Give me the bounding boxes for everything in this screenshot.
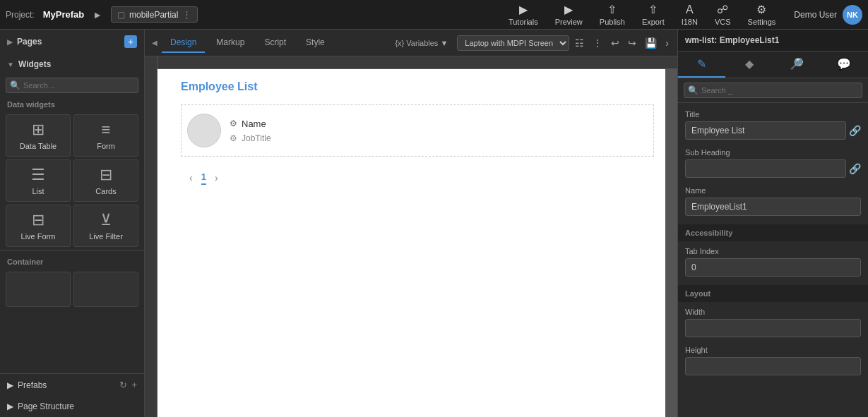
user-area: Demo User NK	[794, 5, 862, 25]
widget-list[interactable]: ☰ List	[6, 159, 71, 202]
variables-btn[interactable]: {x} Variables ▼	[388, 35, 454, 51]
save-icon[interactable]: 💾	[642, 35, 660, 52]
tab-style[interactable]: Style	[297, 33, 333, 53]
redo-icon[interactable]: ↪	[625, 35, 639, 52]
top-bar: Project: MyPrefab ► ▢ mobilePartial ⋮ ▶ …	[0, 0, 868, 30]
sidebar-collapse-btn[interactable]: ◀	[150, 37, 159, 48]
widget-cards[interactable]: ⊟ Cards	[73, 159, 138, 202]
i18n-btn[interactable]: A I18N	[677, 2, 702, 28]
prop-subheading-label: Sub Heading	[685, 148, 861, 157]
subheading-link-icon[interactable]: 🔗	[849, 163, 861, 174]
name-value: Name	[242, 119, 266, 129]
more-options-icon[interactable]: ⋮	[590, 35, 605, 52]
file-name: mobilePartial	[129, 10, 178, 20]
prop-name-section: Name	[685, 186, 861, 216]
prop-title-row: 🔗	[685, 121, 861, 140]
user-name: Demo User	[794, 10, 837, 20]
expand-icon[interactable]: ›	[662, 35, 672, 52]
pagination-next-btn[interactable]: ›	[212, 171, 221, 185]
widgets-chevron: ▼	[7, 61, 14, 68]
pagination-current[interactable]: 1	[201, 171, 206, 185]
widget-live-form[interactable]: ⊟ Live Form	[6, 205, 71, 247]
tutorials-btn[interactable]: ▶ Tutorials	[504, 1, 542, 28]
accessibility-divider: Accessibility	[678, 224, 868, 241]
widget-form[interactable]: ≡ Form	[73, 114, 138, 157]
prop-subheading-input[interactable]	[685, 159, 846, 178]
file-tab[interactable]: ▢ mobilePartial ⋮	[111, 6, 198, 23]
live-form-icon: ⊟	[32, 211, 44, 229]
preview-icon: ▶	[564, 3, 573, 16]
prop-subheading-row: 🔗	[685, 159, 861, 178]
layout-divider: Layout	[678, 285, 868, 302]
employee-info: ⚙ Name ⚙ JobTitle	[230, 119, 271, 143]
right-tab-events[interactable]: 🔎	[773, 52, 821, 78]
prop-width-section: Width	[685, 308, 861, 337]
prop-name-input[interactable]	[685, 198, 861, 216]
employee-list-row[interactable]: ⚙ Name ⚙ JobTitle	[181, 104, 654, 157]
employee-list-title: Employee List	[181, 80, 654, 93]
prefabs-section-row[interactable]: ▶ Prefabs ↻ +	[0, 374, 144, 396]
data-table-icon: ⊞	[32, 121, 44, 139]
prop-width-input[interactable]	[685, 319, 861, 337]
add-page-button[interactable]: +	[124, 35, 137, 48]
prop-height-input[interactable]	[685, 357, 861, 375]
device-select[interactable]: Laptop with MDPI Screen	[457, 35, 569, 51]
widget-container-2[interactable]	[73, 272, 138, 307]
cards-label: Cards	[95, 187, 116, 195]
widgets-section-header[interactable]: ▼ Widgets	[0, 54, 144, 75]
widget-data-table[interactable]: ⊞ Data Table	[6, 114, 71, 157]
container-label: Container	[0, 253, 144, 269]
preview-btn[interactable]: ▶ Preview	[551, 1, 587, 28]
right-tab-style[interactable]: ◆	[725, 52, 773, 78]
right-panel-body: Title 🔗 Sub Heading 🔗 Name	[678, 103, 868, 417]
user-avatar[interactable]: NK	[843, 5, 862, 25]
tab-markup[interactable]: Markup	[208, 33, 253, 53]
prefabs-refresh-icon[interactable]: ↻	[119, 380, 127, 390]
title-link-icon[interactable]: 🔗	[849, 125, 861, 136]
live-form-label: Live Form	[21, 232, 56, 241]
canvas-ruler-left	[145, 56, 157, 417]
live-filter-label: Live Filter	[89, 232, 123, 241]
project-name: MyPrefab	[43, 9, 85, 20]
widget-grid: ⊞ Data Table ≡ Form ☰ List ⊟ Cards ⊟ Liv…	[0, 111, 144, 250]
cards-icon: ⊟	[100, 166, 112, 184]
widget-container-1[interactable]	[6, 272, 71, 307]
vcs-btn[interactable]: ☍ VCS	[711, 1, 735, 28]
page-structure-row[interactable]: ▶ Page Structure	[0, 396, 144, 417]
right-tab-properties[interactable]: ✎	[678, 52, 725, 78]
project-label: Project:	[6, 10, 35, 20]
export-btn[interactable]: ⇧ Export	[638, 1, 669, 28]
widget-search-input[interactable]	[6, 78, 138, 93]
prefabs-chevron: ▶	[7, 380, 13, 390]
tab-design[interactable]: Design	[162, 33, 205, 53]
container-widget-grid	[0, 269, 144, 310]
prop-subheading-section: Sub Heading 🔗	[685, 148, 861, 178]
pagination-row: ‹ 1 ›	[181, 162, 654, 193]
variables-label: Variables	[406, 39, 438, 47]
pagination-prev-btn[interactable]: ‹	[186, 171, 196, 185]
widget-live-filter[interactable]: ⊻ Live Filter	[73, 205, 138, 247]
settings-btn[interactable]: ⚙ Settings	[744, 1, 780, 28]
bottom-sections: ▶ Prefabs ↻ + ▶ Page Structure	[0, 373, 144, 417]
prop-tabindex-input[interactable]	[685, 258, 861, 277]
prop-name-row	[685, 198, 861, 216]
pages-section-header[interactable]: ▶ Pages +	[0, 30, 144, 54]
data-table-label: Data Table	[20, 142, 57, 150]
right-search-input[interactable]	[684, 83, 862, 98]
grid-toggle-icon[interactable]: ☷	[572, 35, 587, 52]
prop-height-section: Height	[685, 346, 861, 375]
right-panel-tabs: ✎ ◆ 🔎 💬	[678, 52, 868, 78]
right-tab-security[interactable]: 💬	[821, 52, 868, 78]
canvas-content: Employee List ⚙ Name ⚙ JobTitle	[145, 56, 677, 417]
prefabs-add-icon[interactable]: +	[131, 380, 137, 390]
container-section: Container	[0, 250, 144, 310]
publish-btn[interactable]: ⇧ Publish	[595, 1, 629, 28]
publish-icon: ⇧	[607, 3, 617, 16]
tab-script[interactable]: Script	[256, 33, 295, 53]
undo-icon[interactable]: ↩	[608, 35, 622, 52]
list-icon: ☰	[31, 166, 45, 184]
list-label: List	[32, 187, 44, 195]
prop-title-input[interactable]	[685, 121, 846, 140]
form-icon: ≡	[102, 121, 111, 139]
employee-avatar	[187, 114, 221, 147]
